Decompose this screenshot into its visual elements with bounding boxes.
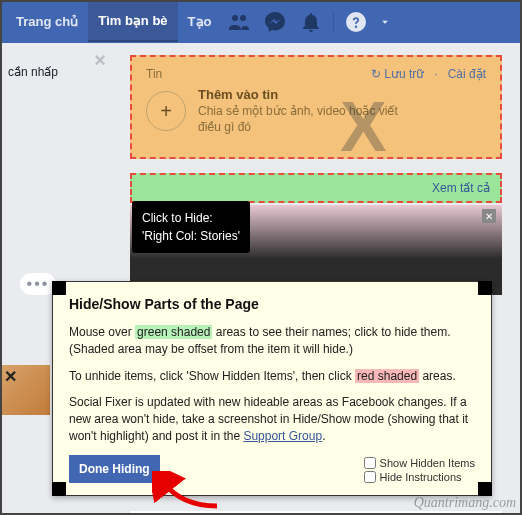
more-dots-icon[interactable]: ••• [20, 273, 56, 295]
watermark: Quantrimang.com [414, 495, 516, 511]
archive-link[interactable]: ↻ Lưu trữ [371, 67, 424, 81]
panel-corner-handle[interactable] [52, 482, 66, 496]
support-group-link[interactable]: Support Group [243, 429, 322, 443]
hide-show-panel: Hide/Show Parts of the Page Mouse over g… [52, 281, 492, 496]
panel-corner-handle[interactable] [478, 281, 492, 295]
add-story-title: Thêm vào tin [198, 87, 398, 102]
panel-corner-handle[interactable] [478, 482, 492, 496]
navbar-divider [333, 11, 334, 33]
close-icon[interactable]: × [94, 49, 106, 72]
stories-section: Tin ↻ Lưu trữ · Cài đặt + Thêm vào tin C… [130, 55, 502, 159]
chevron-down-icon[interactable] [378, 15, 392, 29]
show-hidden-items-checkbox[interactable]: Show Hidden Items [364, 457, 475, 469]
feed-post-title[interactable]: 😂VẼ LÀ ĐAM MÊ, BUNG LỤA [130, 511, 502, 515]
red-shaded-highlight: red shaded [355, 369, 419, 383]
tab-home[interactable]: Trang chủ [6, 2, 88, 41]
panel-paragraph-3: Social Fixer is updated with new hideabl… [69, 394, 475, 444]
tooltip-line1: Click to Hide: [142, 209, 240, 227]
tooltip-line2: 'Right Col: Stories' [142, 227, 240, 245]
help-icon[interactable] [344, 10, 368, 34]
green-shaded-highlight: green shaded [135, 325, 212, 339]
panel-paragraph-2: To unhide items, click 'Show Hidden Item… [69, 368, 475, 385]
settings-link[interactable]: Cài đặt [448, 67, 486, 81]
tab-create[interactable]: Tạo [178, 2, 222, 41]
add-story-subtitle: Chia sẻ một bức ảnh, video hoặc viết điề… [198, 104, 398, 135]
tab-find-friends[interactable]: Tìm bạn bè [88, 1, 177, 42]
thumb-close-icon[interactable]: ✕ [4, 367, 17, 386]
notifications-icon[interactable] [299, 10, 323, 34]
panel-paragraph-1: Mouse over green shaded areas to see the… [69, 324, 475, 358]
add-story-button[interactable]: + [146, 91, 186, 131]
sidebar-shortcut-label: cần nhấp [8, 65, 58, 79]
sidebar-thumbnail[interactable]: ✕ [0, 365, 50, 415]
top-navbar: Trang chủ Tìm bạn bè Tạo [0, 0, 522, 43]
see-all-link[interactable]: Xem tất cả [432, 181, 490, 195]
ad-close-icon[interactable]: ✕ [482, 209, 496, 223]
panel-title: Hide/Show Parts of the Page [69, 296, 475, 312]
friends-icon[interactable] [227, 10, 251, 34]
panel-corner-handle[interactable] [52, 281, 66, 295]
hide-tooltip: Click to Hide: 'Right Col: Stories' [132, 201, 250, 253]
hide-instructions-checkbox[interactable]: Hide Instructions [364, 471, 475, 483]
stories-box-highlight[interactable]: Tin ↻ Lưu trữ · Cài đặt + Thêm vào tin C… [130, 55, 502, 159]
stories-title: Tin [146, 67, 162, 81]
messenger-icon[interactable] [263, 10, 287, 34]
see-all-bar[interactable]: Xem tất cả [130, 173, 502, 203]
done-hiding-button[interactable]: Done Hiding [69, 455, 160, 483]
